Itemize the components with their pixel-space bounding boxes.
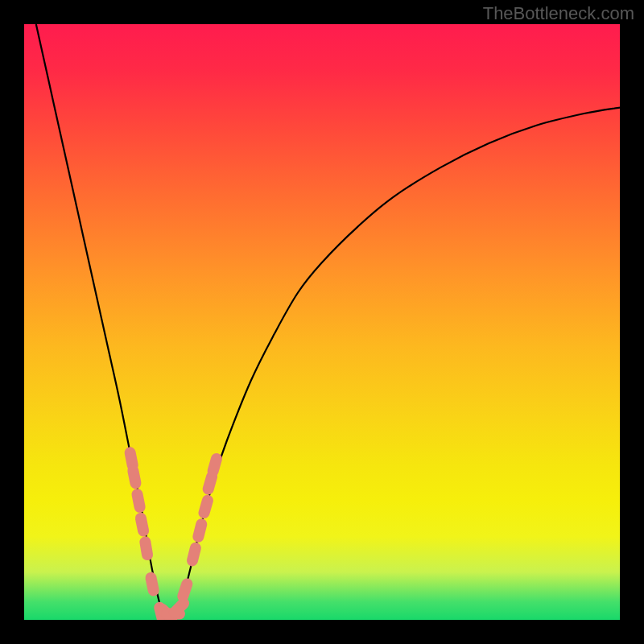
curve-marker	[192, 518, 208, 543]
watermark-text: TheBottleneck.com	[483, 3, 634, 24]
outer-frame: TheBottleneck.com	[0, 0, 644, 644]
curve-marker	[138, 535, 154, 561]
curve-marker	[130, 488, 147, 514]
curve-marker	[134, 512, 151, 538]
curve-marker	[185, 541, 202, 567]
marker-group	[123, 446, 223, 620]
curve-marker	[144, 572, 160, 597]
curve-marker	[197, 493, 215, 520]
curve-marker	[206, 452, 224, 478]
curve-marker	[175, 577, 194, 604]
curve-marker	[126, 464, 142, 489]
plot-area	[24, 24, 620, 620]
bottleneck-curve	[36, 24, 620, 615]
chart-svg	[24, 24, 620, 620]
